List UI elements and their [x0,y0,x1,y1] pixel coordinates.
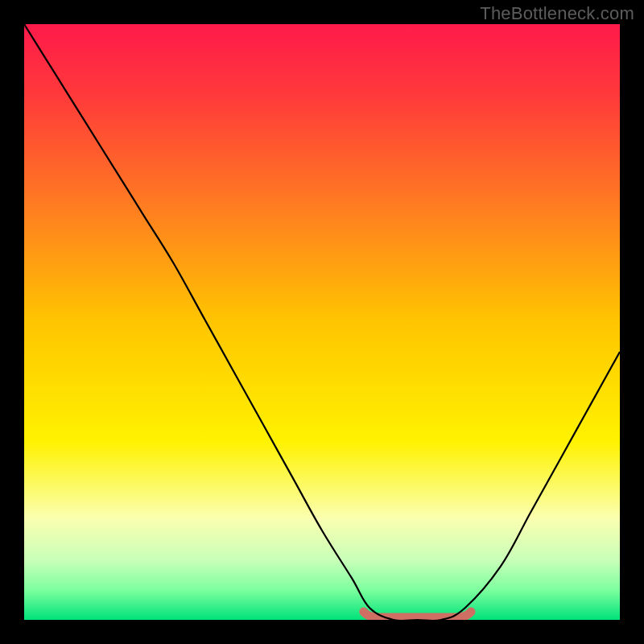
svg-rect-0 [24,24,620,620]
watermark-text: TheBottleneck.com [480,3,634,24]
chart-area [24,24,620,620]
chart-background-gradient [24,24,620,620]
